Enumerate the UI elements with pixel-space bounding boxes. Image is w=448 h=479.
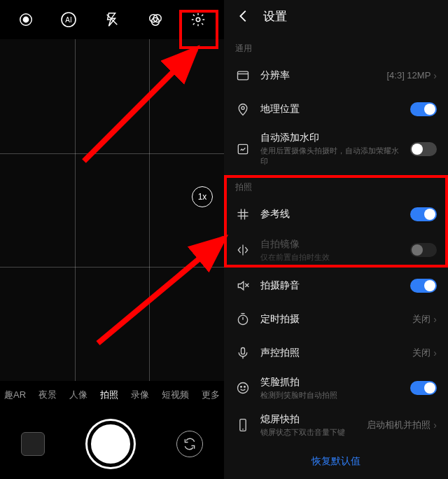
row-label: 拍摄静音 [260, 279, 400, 292]
mode-more[interactable]: 更多 [200, 389, 221, 401]
zoom-badge[interactable]: 1x [192, 186, 213, 207]
gallery-thumbnail[interactable] [21, 432, 45, 456]
flash-off-icon[interactable] [102, 10, 122, 29]
mirror-icon [235, 242, 251, 258]
watermark-icon [235, 141, 251, 157]
row-label: 熄屏快拍 [260, 413, 357, 426]
row-quickshot[interactable]: 熄屏快拍 锁屏状态下双击音量下键 启动相机并拍照› [224, 407, 448, 444]
mode-portrait[interactable]: 人像 [68, 389, 89, 401]
svg-rect-22 [241, 347, 245, 354]
row-smile[interactable]: 笑脸抓拍 检测到笑脸时自动拍照 [224, 370, 448, 407]
row-label: 地理位置 [260, 103, 400, 116]
toggle-location[interactable] [410, 102, 437, 116]
row-label: 定时拍摄 [260, 313, 402, 326]
toggle-watermark[interactable] [410, 142, 437, 156]
row-location[interactable]: 地理位置 [224, 92, 448, 126]
svg-point-11 [241, 106, 244, 109]
camera-top-toolbar: AI [0, 0, 224, 39]
row-mute[interactable]: 拍摄静音 [224, 269, 448, 303]
row-label: 自拍镜像 [260, 238, 400, 251]
row-watermark[interactable]: 自动添加水印 使用后置摄像头拍摄时，自动添加荣耀水印 [224, 126, 448, 172]
svg-point-8 [196, 18, 200, 22]
row-label: 参考线 [260, 208, 400, 221]
row-label: 自动添加水印 [260, 132, 400, 144]
mode-short-video[interactable]: 短视频 [160, 389, 190, 401]
svg-rect-12 [238, 144, 247, 153]
viewfinder[interactable]: 1x [0, 39, 224, 381]
row-label: 声控拍照 [260, 347, 402, 359]
svg-point-24 [238, 383, 248, 394]
mode-ar[interactable]: 趣AR [3, 389, 27, 401]
toggle-mute[interactable] [410, 279, 437, 293]
svg-point-25 [241, 387, 242, 388]
svg-point-1 [23, 17, 28, 22]
camera-screen: AI 1x 趣AR 夜景 人像 拍照 录像 短视频 更多 [0, 0, 224, 479]
section-general: 通用 [224, 33, 448, 59]
row-value: [4:3] 12MP› [386, 70, 437, 81]
row-sublabel: 锁屏状态下双击音量下键 [260, 427, 357, 438]
settings-title: 设置 [263, 8, 287, 25]
smile-icon [235, 380, 251, 396]
filter-icon[interactable] [146, 10, 165, 29]
shutter-button[interactable] [88, 421, 134, 467]
timer-icon [235, 312, 251, 327]
phone-icon [235, 417, 251, 433]
switch-camera-button[interactable] [176, 431, 203, 457]
toggle-smile[interactable] [410, 381, 437, 395]
grid-icon [235, 207, 251, 222]
svg-rect-9 [238, 71, 248, 80]
row-sublabel: 使用后置摄像头拍摄时，自动添加荣耀水印 [260, 146, 400, 167]
row-mirror: 自拍镜像 仅在前置自拍时生效 [224, 231, 448, 268]
settings-header: 设置 [224, 0, 448, 33]
mode-video[interactable]: 录像 [130, 389, 150, 401]
row-timer[interactable]: 定时拍摄 关闭› [224, 303, 448, 336]
section-photo: 拍照 [224, 172, 448, 197]
row-sublabel: 检测到笑脸时自动拍照 [260, 390, 400, 401]
resolution-icon [235, 68, 251, 83]
settings-screen: 设置 通用 分辨率 [4:3] 12MP› 地理位置 自动添加水印 使用后置摄像… [224, 0, 448, 479]
row-value: 启动相机并拍照› [367, 419, 437, 431]
ai-icon[interactable]: AI [59, 10, 78, 29]
row-value: 关闭› [412, 313, 437, 326]
mode-strip[interactable]: 趣AR 夜景 人像 拍照 录像 短视频 更多 [0, 381, 224, 409]
row-gridlines[interactable]: 参考线 [224, 197, 448, 231]
row-sublabel: 仅在前置自拍时生效 [260, 252, 400, 263]
mic-icon [235, 345, 251, 361]
mode-photo[interactable]: 拍照 [99, 389, 120, 401]
gear-icon[interactable] [188, 10, 208, 29]
svg-point-26 [244, 387, 246, 388]
row-label: 分辨率 [260, 69, 377, 82]
row-label: 笑脸抓拍 [260, 376, 400, 389]
mute-icon [235, 278, 251, 293]
metering-icon[interactable] [16, 10, 36, 29]
row-value: 关闭› [412, 347, 437, 359]
row-resolution[interactable]: 分辨率 [4:3] 12MP› [224, 59, 448, 92]
location-icon [235, 102, 251, 117]
svg-text:AI: AI [66, 16, 72, 24]
mode-night[interactable]: 夜景 [37, 389, 58, 401]
toggle-gridlines[interactable] [410, 207, 437, 221]
row-voice[interactable]: 声控拍照 关闭› [224, 336, 448, 370]
restore-defaults-button[interactable]: 恢复默认值 [224, 444, 448, 479]
toggle-mirror [410, 243, 437, 257]
camera-bottom-bar [0, 409, 224, 479]
back-icon[interactable] [235, 8, 252, 25]
